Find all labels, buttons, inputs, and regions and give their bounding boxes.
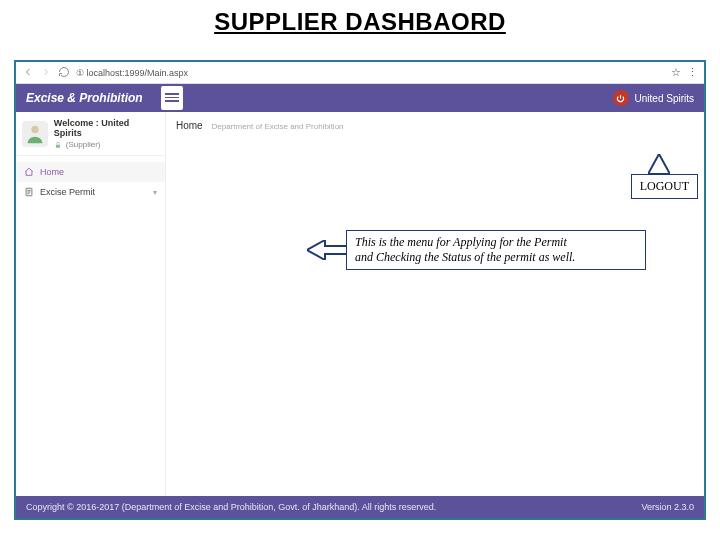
- chevron-down-icon: ▾: [153, 188, 157, 197]
- role-line: (Supplier): [54, 140, 159, 149]
- browser-address-bar: ① localhost:1999/Main.aspx ☆ ⋮: [16, 62, 704, 84]
- arrow-up-icon: [648, 154, 670, 174]
- sidebar-item-home[interactable]: Home: [16, 162, 165, 182]
- app-footer: Copyright © 2016-2017 (Department of Exc…: [16, 496, 704, 518]
- hamburger-icon: [165, 93, 179, 103]
- sidebar-item-label: Home: [40, 167, 64, 177]
- sidebar-item-label: Excise Permit: [40, 187, 95, 197]
- header-user-name: United Spirits: [635, 93, 694, 104]
- app-header: Excise & Prohibition United Spirits: [16, 84, 704, 112]
- page-heading: Home Department of Excise and Prohibitio…: [166, 112, 704, 139]
- svg-point-0: [31, 125, 38, 132]
- power-icon: [613, 90, 629, 106]
- page-title: Home: [176, 120, 203, 131]
- svg-marker-4: [307, 240, 347, 260]
- reload-icon[interactable]: [58, 66, 70, 80]
- url-text[interactable]: ① localhost:1999/Main.aspx: [76, 68, 188, 78]
- callout-menu-line1: This is the menu for Applying for the Pe…: [355, 235, 637, 250]
- bookmark-star-icon[interactable]: ☆: [671, 66, 681, 79]
- callout-menu: This is the menu for Applying for the Pe…: [346, 230, 646, 270]
- svg-marker-3: [648, 154, 670, 174]
- footer-version: Version 2.3.0: [641, 502, 694, 512]
- home-icon: [24, 167, 34, 177]
- back-icon[interactable]: [22, 66, 34, 80]
- user-menu[interactable]: United Spirits: [613, 90, 694, 106]
- browser-frame: ① localhost:1999/Main.aspx ☆ ⋮ Excise & …: [14, 60, 706, 520]
- main-content: Home Department of Excise and Prohibitio…: [166, 112, 704, 496]
- sidebar-item-excise-permit[interactable]: Excise Permit ▾: [16, 182, 165, 202]
- forward-icon[interactable]: [40, 66, 52, 80]
- lock-icon: [54, 141, 62, 149]
- role-label: (Supplier): [66, 140, 101, 149]
- callout-menu-line2: and Checking the Status of the permit as…: [355, 250, 637, 265]
- sidebar-nav: Home Excise Permit ▾: [16, 156, 165, 202]
- avatar: [22, 121, 48, 147]
- footer-copyright: Copyright © 2016-2017 (Department of Exc…: [26, 502, 436, 512]
- browser-menu-icon[interactable]: ⋮: [687, 66, 698, 79]
- menu-toggle-button[interactable]: [161, 86, 183, 110]
- arrow-left-icon: [307, 240, 347, 260]
- document-icon: [24, 187, 34, 197]
- callout-logout: LOGOUT: [631, 174, 698, 199]
- welcome-text: Welcome : United Spirits: [54, 118, 159, 138]
- breadcrumb: Department of Excise and Prohibition: [211, 122, 343, 131]
- slide-title: SUPPLIER DASHBAORD: [0, 0, 720, 40]
- welcome-block: Welcome : United Spirits (Supplier): [16, 112, 165, 156]
- welcome-prefix: Welcome :: [54, 118, 101, 128]
- sidebar: Welcome : United Spirits (Supplier) Home…: [16, 112, 166, 496]
- brand-title: Excise & Prohibition: [26, 91, 143, 105]
- svg-rect-1: [56, 144, 60, 147]
